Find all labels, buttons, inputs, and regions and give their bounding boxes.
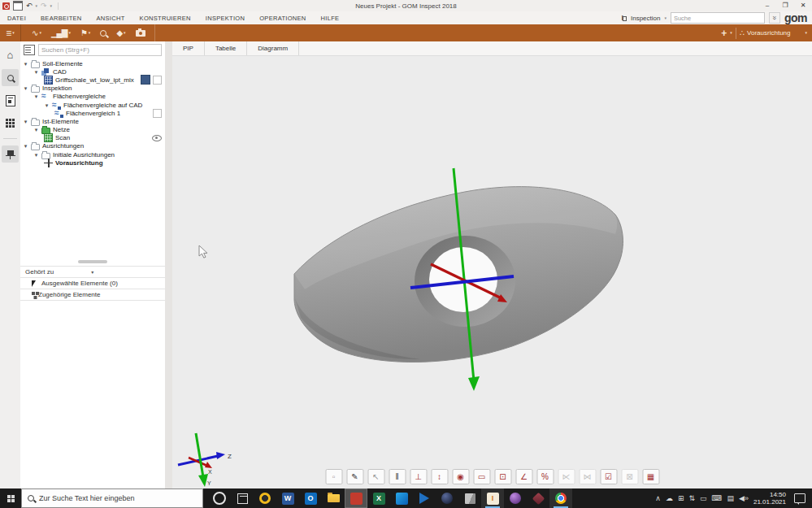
taskbar-app-polyhedron[interactable]: [527, 488, 549, 508]
taskbar-app-chrome[interactable]: [549, 488, 572, 508]
taskbar-app-explorer[interactable]: [322, 488, 345, 508]
expander-icon[interactable]: ▾: [23, 85, 28, 91]
belongs-to-caret-icon[interactable]: ▾: [91, 269, 93, 275]
global-search-input[interactable]: [671, 12, 765, 24]
sidebar-pin-button[interactable]: [2, 145, 19, 163]
expander-icon[interactable]: ▾: [33, 127, 39, 132]
explorer-view-icon[interactable]: [24, 45, 35, 55]
tray-expand-icon[interactable]: ∧: [655, 494, 661, 502]
taskbar-search[interactable]: Zur Suche Text hier eingeben: [21, 488, 203, 508]
sidebar-report-button[interactable]: [2, 92, 19, 109]
visibility-button[interactable]: ◉: [452, 469, 469, 484]
menubar-item[interactable]: DATEI: [0, 15, 33, 22]
taskbar-clock[interactable]: 14:50 21.01.2021: [753, 491, 786, 506]
tree-row-ist-elemente[interactable]: ▾ Ist-Elemente: [20, 117, 165, 125]
tray-display-icon[interactable]: ▭: [700, 494, 707, 502]
tree-row-vorausrichtung[interactable]: ▾ Vorausrichtung: [20, 158, 165, 167]
taskbar-app-task-view[interactable]: [231, 488, 254, 508]
taskbar-app-inventor[interactable]: I: [481, 488, 504, 508]
tree-row-griffschale[interactable]: ▾ Griffschale_wt_low_ipt_mix: [20, 76, 165, 84]
taskbar-app-viewer-arrow[interactable]: [413, 488, 436, 508]
pip-frame-button[interactable]: ▫: [325, 469, 342, 484]
expander-icon[interactable]: ▾: [23, 119, 28, 124]
flag-label-icon[interactable]: ⚑ ▾: [76, 24, 94, 41]
clipping-button[interactable]: ⊡: [494, 469, 511, 484]
eye-icon[interactable]: [152, 135, 162, 141]
zoom-rect-button[interactable]: ▭: [473, 469, 490, 484]
zoom-tool-icon[interactable]: ▾: [96, 24, 111, 41]
align-axis-button[interactable]: ↕: [431, 469, 448, 484]
tree-row-netze[interactable]: ▾ Netze: [20, 126, 165, 134]
delete-stage-button[interactable]: ⊠: [621, 469, 638, 484]
maximize-button[interactable]: ❐: [776, 0, 794, 11]
align-normal-button[interactable]: ⊥: [410, 469, 427, 484]
menubar-item[interactable]: HILFE: [314, 15, 347, 22]
tray-input-icon[interactable]: ⌨: [712, 494, 723, 502]
taskbar-app-excel[interactable]: X: [367, 488, 390, 508]
diagram-tool-icon[interactable]: ▁▄▇ ▾: [47, 24, 75, 41]
split-compare-button[interactable]: ‖: [389, 469, 406, 484]
element-checkbox[interactable]: [153, 76, 162, 85]
tab-tabelle[interactable]: Tabelle: [205, 41, 247, 55]
expander-icon[interactable]: ▾: [33, 152, 39, 158]
taskbar-app-norton[interactable]: [254, 488, 276, 508]
related-elements-row[interactable]: Zugehörige Elemente: [20, 289, 165, 301]
drag-element-button[interactable]: ↖: [367, 469, 384, 484]
taskbar-app-sphere-purple[interactable]: [504, 488, 527, 508]
add-element-button[interactable]: +: [721, 28, 727, 39]
taskbar-app-blue[interactable]: [390, 488, 413, 508]
search-expand-icon[interactable]: »: [769, 12, 780, 24]
add-caret-icon[interactable]: ▾: [730, 31, 732, 35]
minimize-button[interactable]: –: [758, 0, 776, 11]
workspace-caret-icon[interactable]: ▾: [664, 16, 667, 20]
check-elements-button[interactable]: ☑: [600, 469, 617, 484]
menubar-item[interactable]: KONSTRUIEREN: [132, 15, 198, 22]
color-swatch[interactable]: [141, 75, 150, 85]
expander-icon[interactable]: ▾: [23, 143, 28, 149]
edit-creation-button[interactable]: ✎: [346, 469, 363, 484]
tab-pip[interactable]: PIP: [172, 41, 205, 55]
explorer-search-input[interactable]: [38, 44, 162, 56]
angle-measure-button[interactable]: ∠: [515, 469, 532, 484]
expander-icon[interactable]: ▾: [44, 102, 50, 108]
menubar-item[interactable]: BEARBEITEN: [33, 15, 89, 22]
sidebar-apps-button[interactable]: [2, 115, 19, 132]
tree-row-soll-elemente[interactable]: ▾ Soll-Elemente: [20, 59, 165, 67]
tree-row-flaechenvergleiche-auf-cad[interactable]: ▾ Flächenvergleiche auf CAD: [20, 101, 165, 109]
tray-usb-icon[interactable]: ⇅: [688, 494, 695, 502]
tree-row-initiale-ausrichtungen[interactable]: ▾ Initiale Ausrichtungen: [20, 150, 165, 158]
action-center-icon[interactable]: [794, 493, 805, 503]
sidebar-search-button[interactable]: [2, 69, 19, 86]
tab-diagramm[interactable]: Diagramm: [247, 41, 299, 55]
menubar-item[interactable]: INSPEKTION: [198, 15, 252, 22]
stage-prev-button[interactable]: ⋉: [558, 469, 575, 484]
deviation-label-button[interactable]: %: [536, 469, 554, 484]
stage-next-button[interactable]: ⋈: [579, 469, 596, 484]
expander-icon[interactable]: ▾: [33, 93, 39, 99]
workspace-label[interactable]: Inspection: [631, 15, 660, 22]
navigation-cube-icon[interactable]: ◆ ▾: [112, 24, 129, 41]
section-tool-icon[interactable]: ∿ ▾: [28, 24, 46, 41]
taskbar-app-cortana[interactable]: [208, 488, 231, 508]
start-button[interactable]: [0, 488, 21, 508]
tree-row-ausrichtungen[interactable]: ▾ Ausrichtungen: [20, 142, 165, 150]
taskbar-app-cad-cube[interactable]: [458, 488, 481, 508]
tray-security-icon[interactable]: ⊞: [678, 494, 684, 502]
expander-icon[interactable]: ▾: [33, 69, 39, 75]
main-menu-button[interactable]: ≡ ▾: [0, 24, 21, 41]
alignment-caret-icon[interactable]: ▾: [805, 31, 807, 35]
expander-icon[interactable]: ▾: [23, 61, 28, 67]
belongs-to-row[interactable]: Gehört zu ▾: [20, 266, 165, 277]
snapshot-icon[interactable]: ▾: [132, 24, 150, 41]
active-alignment-label[interactable]: Vorausrichtung: [747, 29, 790, 37]
menubar-item[interactable]: ANSICHT: [89, 15, 132, 22]
tree-row-scan[interactable]: ▾ Scan: [20, 134, 165, 142]
tray-volume-icon[interactable]: ◀»: [739, 494, 749, 502]
element-checkbox[interactable]: [153, 109, 162, 118]
taskbar-app-sphere-dark[interactable]: [436, 488, 458, 508]
tree-row-flaechenvergleiche[interactable]: ▾ Flächenvergleiche: [20, 93, 165, 101]
taskbar-app-gom-inspect[interactable]: [345, 488, 367, 508]
sidebar-home-button[interactable]: ⌂: [2, 46, 19, 63]
panel-splitter[interactable]: [78, 260, 107, 263]
tray-battery-icon[interactable]: ▤: [727, 494, 735, 502]
